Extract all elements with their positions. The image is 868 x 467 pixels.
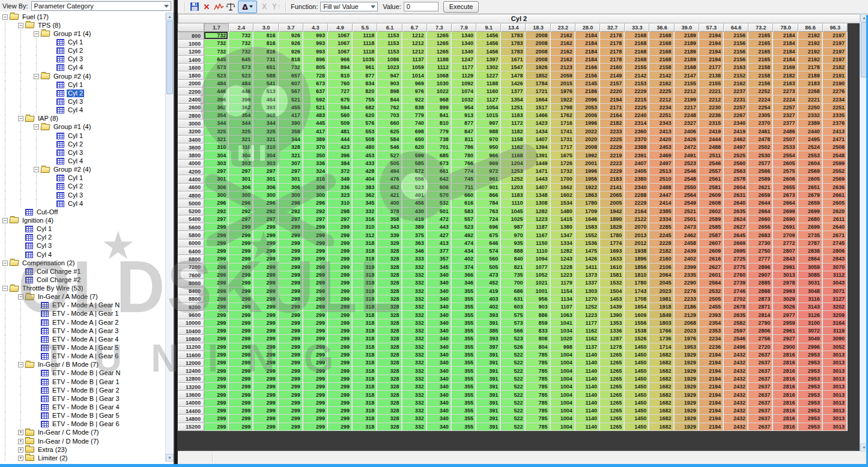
map-cell[interactable]: 419 [476,288,501,295]
map-cell[interactable]: 2194 [699,48,724,56]
tree-item-label[interactable]: Cut-Off [35,208,59,216]
map-cell[interactable]: 811 [452,136,476,143]
map-cell[interactable]: 896 [303,56,328,64]
map-cell[interactable]: 340 [427,399,452,407]
map-cell[interactable]: 2236 [699,112,724,119]
tree-item-label[interactable]: Cyl 4 [67,106,84,114]
map-cell[interactable]: 3013 [823,391,848,399]
map-cell[interactable]: 2162 [551,56,575,64]
collapse-icon[interactable]: − [2,14,8,20]
map-cell[interactable]: 299 [279,247,303,255]
map-cell[interactable]: 299 [229,303,253,311]
row-header[interactable]: 8000 [178,279,204,287]
map-cell[interactable]: 299 [253,391,278,399]
map-cell[interactable]: 318 [353,415,377,423]
map-cell[interactable]: 2816 [773,423,798,431]
map-cell[interactable]: 1183 [501,112,526,119]
expand-icon[interactable]: + [18,439,23,444]
map-cell[interactable]: 1439 [600,303,625,311]
map-cell[interactable]: 2354 [699,319,724,327]
map-cell[interactable]: 2447 [649,191,674,199]
map-cell[interactable]: 402 [452,255,476,263]
map-cell[interactable]: 2680 [798,215,823,223]
row-header[interactable]: 12800 [178,375,204,383]
tree-item-label[interactable]: In-Gear / A Mode (7) [37,293,99,301]
map-cell[interactable]: 299 [328,335,353,343]
map-cell[interactable]: 2194 [699,415,724,423]
map-cell[interactable]: 2871 [748,303,773,311]
expand-icon[interactable]: + [18,447,23,453]
map-cell[interactable]: 2491 [675,151,699,159]
map-cell[interactable]: 1252 [501,175,526,183]
map-cell[interactable]: 2426 [675,136,699,143]
map-cell[interactable]: 2156 [724,48,748,56]
map-cell[interactable]: 299 [279,311,303,319]
map-cell[interactable]: 299 [229,240,253,247]
map-cell[interactable]: 2290 [675,279,699,287]
map-cell[interactable]: 2702 [724,295,748,303]
map-cell[interactable]: 735 [501,271,526,279]
map-cell[interactable]: 1996 [575,119,600,127]
map-cell[interactable]: 1063 [551,311,575,319]
map-cell[interactable]: 2221 [699,88,724,95]
map-cell[interactable]: 2376 [823,119,848,127]
map-cell[interactable]: 903 [377,80,402,88]
map-cell[interactable]: 2605 [823,199,848,207]
map-cell[interactable]: 492 [452,231,476,239]
map-cell[interactable]: 2953 [798,367,823,375]
row-header[interactable]: 5400 [178,215,204,223]
map-cell[interactable]: 423 [328,143,353,151]
map-cell[interactable]: 1709 [575,208,600,215]
map-cell[interactable]: 2343 [649,119,674,127]
map-cell[interactable]: 1390 [600,311,625,319]
map-cell[interactable]: 2391 [625,151,649,159]
map-cell[interactable]: 318 [353,367,377,375]
map-cell[interactable]: 340 [427,303,452,311]
map-cell[interactable]: 2388 [625,143,649,151]
map-cell[interactable]: 1829 [600,223,625,231]
map-cell[interactable]: 2414 [649,199,674,207]
map-cell[interactable]: 299 [229,264,253,271]
map-cell[interactable]: 2189 [675,32,699,40]
map-cell[interactable]: 2569 [798,167,823,175]
map-cell[interactable]: 2184 [575,32,600,40]
map-cell[interactable]: 2695 [724,247,748,255]
tree-item-label[interactable]: ETV - Mode B | Gear 1 [51,378,121,386]
map-cell[interactable]: 2160 [600,64,625,71]
map-cell[interactable]: 332 [402,383,427,391]
map-cell[interactable]: 2601 [699,271,724,279]
tree-item[interactable]: ETV - Mode A | Gear 5 [0,343,166,352]
map-cell[interactable]: 310 [204,143,229,151]
map-cell[interactable]: 738 [427,136,452,143]
row-header[interactable]: 5000 [178,199,204,207]
map-cell[interactable]: 2006 [575,112,600,119]
collapse-icon[interactable]: − [18,294,23,300]
map-cell[interactable]: 1004 [551,399,575,407]
map-cell[interactable]: 1929 [675,391,699,399]
map-cell[interactable]: 1534 [551,199,575,207]
map-cell[interactable]: 969 [402,80,427,88]
map-cell[interactable]: 299 [229,327,253,335]
map-cell[interactable]: 2709 [773,231,798,239]
map-cell[interactable]: 2194 [699,383,724,391]
map-cell[interactable]: 1303 [575,288,600,295]
map-cell[interactable]: 1397 [476,56,501,64]
tree-item-label[interactable]: TPS (8) [37,22,62,29]
map-cell[interactable]: 1682 [649,399,674,407]
map-cell[interactable]: 1118 [353,48,377,56]
row-header[interactable]: 1600 [178,64,204,71]
map-cell[interactable]: 1004 [551,407,575,415]
tree-item-label[interactable]: Cyl 3 [67,98,84,106]
map-cell[interactable]: 299 [204,303,229,311]
map-cell[interactable]: 2162 [551,40,575,47]
map-cell[interactable]: 292 [279,208,303,215]
map-cell[interactable]: 296 [204,199,229,207]
map-cell[interactable]: 2787 [798,240,823,247]
map-cell[interactable]: 2513 [649,167,674,175]
map-cell[interactable]: 913 [452,112,476,119]
map-cell[interactable]: 1731 [551,136,575,143]
map-cell[interactable]: 355 [452,303,476,311]
map-cell[interactable]: 2230 [699,104,724,112]
column-header[interactable]: 2.4 [229,23,253,32]
map-cell[interactable]: 397 [476,343,501,351]
